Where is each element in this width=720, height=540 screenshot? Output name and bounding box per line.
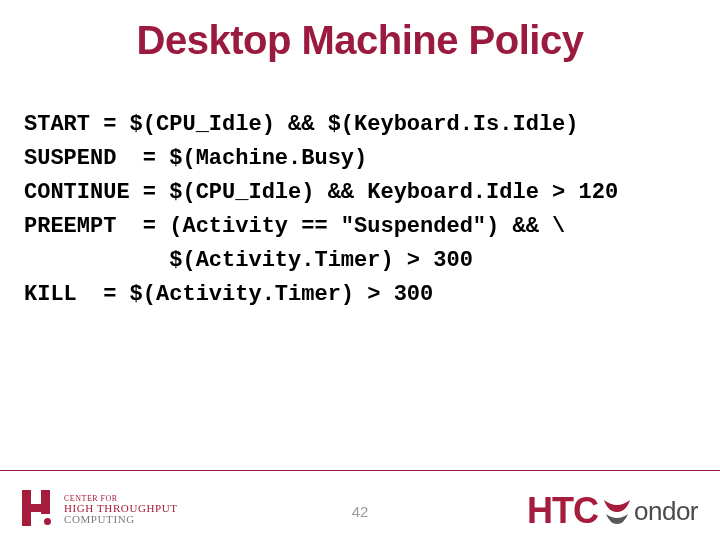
policy-code-block: START = $(CPU_Idle) && $(Keyboard.Is.Idl… (24, 108, 618, 313)
code-line-6: KILL = $(Activity.Timer) > 300 (24, 282, 433, 307)
code-line-4: PREEMPT = (Activity == "Suspended") && \ (24, 214, 565, 239)
htcondor-htc: HTC (527, 490, 598, 532)
chtc-text: CENTER FOR HIGH THROUGHPUT COMPUTING (64, 495, 178, 526)
code-line-5: $(Activity.Timer) > 300 (24, 248, 473, 273)
code-line-1: START = $(CPU_Idle) && $(Keyboard.Is.Idl… (24, 112, 579, 137)
code-line-2: SUSPEND = $(Machine.Busy) (24, 146, 367, 171)
footer: CENTER FOR HIGH THROUGHPUT COMPUTING 42 … (0, 470, 720, 540)
condor-wings-icon (600, 494, 634, 528)
htcondor-logo: HTC ondor (527, 490, 698, 532)
ht-glyph-icon (22, 490, 56, 526)
code-line-3: CONTINUE = $(CPU_Idle) && Keyboard.Idle … (24, 180, 618, 205)
chtc-line3: COMPUTING (64, 514, 178, 526)
slide-title: Desktop Machine Policy (0, 0, 720, 63)
page-number: 42 (352, 503, 369, 520)
chtc-logo: CENTER FOR HIGH THROUGHPUT COMPUTING (22, 490, 178, 526)
htcondor-ondor: ondor (634, 496, 698, 527)
